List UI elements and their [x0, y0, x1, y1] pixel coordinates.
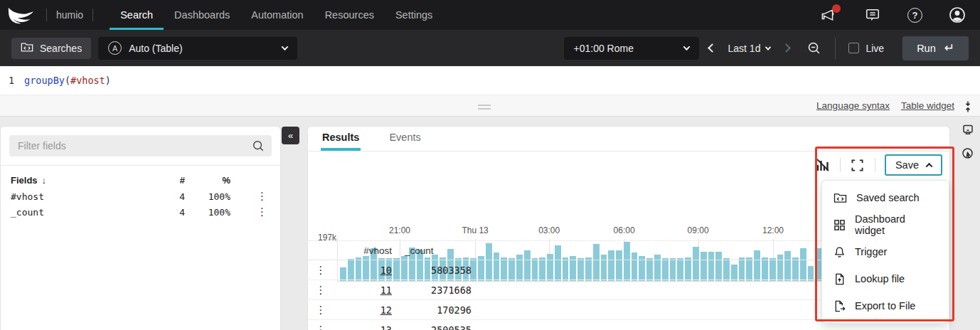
view-mode-value: Auto (Table)	[129, 43, 182, 54]
vhost-value-link[interactable]: 10	[380, 265, 392, 276]
count-column-header[interactable]: _count	[392, 245, 472, 256]
run-button[interactable]: Run ↵	[902, 36, 969, 60]
time-back-icon[interactable]	[708, 43, 717, 53]
primary-nav: Search Dashboards Automation Resources S…	[110, 0, 443, 30]
chevron-down-icon	[282, 43, 289, 50]
toolbar-divider	[875, 158, 875, 172]
time-tick-label: 03:00	[538, 225, 560, 235]
kebab-menu-icon[interactable]: ⋮	[316, 264, 326, 277]
query-paren-close: )	[105, 75, 111, 86]
live-checkbox[interactable]	[848, 43, 859, 53]
fields-header-row: Fields ↓ # %	[11, 171, 270, 188]
splitter-drag-handle[interactable]	[478, 102, 491, 112]
run-label: Run	[917, 43, 936, 54]
time-tick-label: 12:00	[762, 225, 784, 235]
file-export-icon	[833, 300, 846, 312]
vhost-value-link[interactable]: 11	[380, 284, 392, 296]
feedback-chat-icon[interactable]	[864, 6, 881, 23]
searches-button[interactable]: Searches	[11, 38, 91, 59]
language-syntax-link[interactable]: Language syntax	[816, 100, 890, 111]
menu-item-dashboard-widget[interactable]: Dashboard widget	[822, 211, 949, 238]
kebab-menu-icon[interactable]: ⋮	[316, 324, 326, 330]
nav-item-resources[interactable]: Resources	[314, 0, 385, 30]
right-icon-rail	[961, 100, 975, 161]
announcements-megaphone-icon[interactable]	[821, 6, 838, 23]
toggle-histogram-icon[interactable]	[815, 157, 831, 173]
search-icon	[252, 139, 265, 155]
return-key-icon: ↵	[944, 42, 954, 54]
toolbar-divider	[840, 158, 841, 172]
fields-panel: Fields ↓ # % #vhost 4 100% ⋮ _count 4 10…	[0, 126, 281, 330]
field-name[interactable]: #vhost	[11, 191, 156, 202]
save-label: Save	[895, 159, 919, 171]
vhost-column-header[interactable]: #vhost	[334, 245, 392, 256]
kebab-menu-icon[interactable]: ⋮	[257, 190, 267, 203]
kebab-menu-icon[interactable]: ⋮	[257, 206, 267, 218]
user-avatar-icon[interactable]	[949, 6, 966, 23]
field-count: 4	[156, 191, 185, 202]
save-button[interactable]: Save	[885, 154, 942, 176]
vhost-value-link[interactable]: 12	[380, 304, 392, 316]
vhost-value-link[interactable]: 13	[380, 324, 392, 330]
field-row[interactable]: #vhost 4 100% ⋮	[11, 188, 270, 204]
fields-sort-header[interactable]: Fields ↓	[11, 175, 156, 186]
nav-item-search[interactable]: Search	[110, 0, 164, 30]
time-range-dropdown[interactable]: Last 1d	[728, 43, 771, 54]
top-navigation-bar: humio Search Dashboards Automation Resou…	[0, 0, 980, 30]
nav-item-settings[interactable]: Settings	[385, 0, 443, 30]
widget-panel-icon[interactable]	[961, 123, 975, 137]
nav-item-automation[interactable]: Automation	[240, 0, 314, 30]
search-toolbar: Searches A Auto (Table) +01:00 Rome Last…	[0, 30, 980, 66]
zoom-out-icon[interactable]	[806, 41, 822, 56]
dashboard-grid-icon	[833, 219, 846, 231]
time-forward-icon[interactable]	[782, 43, 792, 53]
searches-label: Searches	[40, 43, 82, 54]
searches-folder-icon	[21, 41, 33, 55]
inspect-zoom-icon[interactable]	[961, 147, 975, 161]
nav-left-group: humio	[0, 0, 102, 30]
menu-item-saved-search[interactable]: Saved search	[822, 184, 949, 211]
crowdstrike-falcon-logo-icon[interactable]	[7, 6, 34, 24]
save-dropdown-menu: Saved search Dashboard widget Trigger Lo…	[821, 180, 949, 324]
time-range-value: Last 1d	[728, 43, 761, 54]
sort-descending-icon: ↓	[42, 175, 47, 186]
file-upload-icon	[833, 273, 846, 285]
timezone-value: +01:00 Rome	[574, 43, 634, 54]
count-column-header: #	[156, 175, 185, 186]
table-widget-link[interactable]: Table widget	[901, 100, 954, 111]
query-editor[interactable]: 1 groupBy(#vhost)	[0, 66, 980, 95]
chevron-down-icon	[683, 43, 690, 50]
query-argument: #vhost	[70, 75, 105, 86]
nav-divider	[92, 9, 93, 21]
live-toggle[interactable]: Live	[848, 43, 884, 54]
field-name[interactable]: _count	[11, 207, 156, 218]
field-percent: 100%	[185, 207, 230, 218]
fields-table: Fields ↓ # % #vhost 4 100% ⋮ _count 4 10…	[1, 166, 280, 220]
tab-results[interactable]: Results	[321, 127, 361, 151]
chevron-up-icon	[926, 162, 933, 169]
collapse-fields-panel-button[interactable]: «	[282, 127, 299, 144]
tab-events[interactable]: Events	[388, 127, 422, 151]
bell-icon	[833, 246, 846, 258]
chevron-down-icon	[765, 44, 771, 50]
kebab-menu-icon[interactable]: ⋮	[316, 284, 326, 297]
count-value: 2371668	[392, 284, 472, 296]
timezone-dropdown[interactable]: +01:00 Rome	[564, 37, 699, 60]
menu-item-trigger[interactable]: Trigger	[822, 238, 949, 265]
collapse-vertical-icon[interactable]	[961, 100, 975, 114]
humio-search-page: humio Search Dashboards Automation Resou…	[0, 0, 980, 330]
field-percent: 100%	[185, 191, 230, 202]
field-row[interactable]: _count 4 100% ⋮	[11, 204, 270, 220]
filter-fields-input[interactable]	[9, 135, 272, 156]
view-mode-dropdown[interactable]: A Auto (Table)	[98, 37, 297, 60]
nav-item-dashboards[interactable]: Dashboards	[164, 0, 240, 30]
live-label: Live	[866, 43, 884, 54]
saved-search-folder-icon	[833, 192, 847, 203]
menu-item-lookup-file[interactable]: Lookup file	[822, 265, 949, 292]
editor-splitter: Language syntax Table widget	[0, 95, 980, 117]
menu-item-export-to-file[interactable]: Export to File	[822, 292, 949, 319]
help-icon[interactable]: ?	[907, 8, 922, 23]
fullscreen-icon[interactable]	[850, 157, 866, 173]
filter-fields-wrap	[9, 135, 272, 156]
kebab-menu-icon[interactable]: ⋮	[316, 304, 326, 316]
